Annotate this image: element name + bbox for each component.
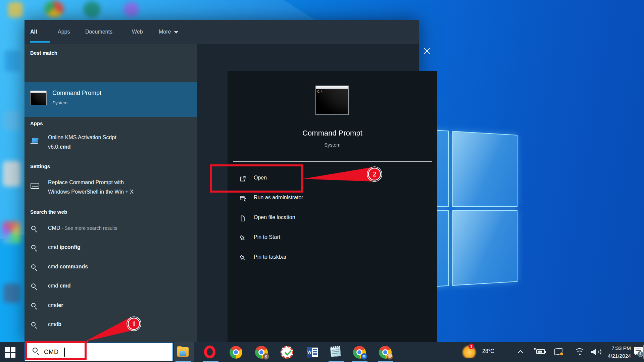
desktop-icon-blurred bbox=[3, 111, 20, 130]
tab-documents-label: Documents bbox=[85, 29, 112, 35]
app-result-line2: v6.0.cmd bbox=[48, 144, 71, 150]
desktop-icon-blurred bbox=[8, 2, 23, 17]
taskbar-notepad-icon[interactable] bbox=[329, 345, 343, 359]
preview-subtitle: System bbox=[228, 142, 437, 148]
menu-item-pin-to-start-label: Pin to Start bbox=[254, 234, 280, 240]
app-icon bbox=[31, 138, 39, 145]
running-indicator bbox=[203, 361, 218, 362]
running-indicator bbox=[329, 361, 344, 362]
taskbar-chrome-profile-k-icon[interactable]: K bbox=[255, 346, 268, 359]
tab-more-label: More bbox=[159, 29, 171, 35]
menu-item-pin-to-start[interactable]: Pin to Start bbox=[228, 229, 437, 247]
web-suggestion-row[interactable]: cmd cmd bbox=[24, 277, 197, 297]
web-suggestion-row[interactable]: cmdb bbox=[24, 316, 197, 335]
notification-count-badge: 4 bbox=[637, 351, 643, 357]
search-window-header: All Apps Documents Web More bbox=[24, 20, 419, 44]
search-icon bbox=[31, 226, 36, 230]
web-suggestion-row[interactable]: CMD - See more search results bbox=[24, 220, 197, 239]
chrome-profile-m-badge: M bbox=[361, 353, 367, 360]
active-tab-underline bbox=[30, 41, 50, 43]
taskbar: K W M bbox=[0, 342, 644, 362]
settings-result-powershell[interactable]: Replace Command Prompt with Windows Powe… bbox=[24, 174, 197, 205]
taskbar-opera-icon[interactable] bbox=[204, 346, 215, 358]
close-icon[interactable] bbox=[423, 47, 431, 55]
search-icon bbox=[31, 283, 36, 288]
taskbar-clock[interactable]: 7:33 PM 4/21/2024 bbox=[602, 344, 631, 360]
settings-result-line1: Replace Command Prompt with bbox=[48, 179, 124, 186]
annotation-box-run-as-administrator bbox=[210, 164, 303, 193]
taskbar-chrome-profile-m-icon[interactable]: M bbox=[353, 346, 366, 359]
desktop-icon-blurred bbox=[2, 221, 21, 244]
pin-icon bbox=[239, 254, 246, 262]
menu-item-open-file-location-label: Open file location bbox=[254, 214, 295, 220]
chrome-profile-avatar-badge bbox=[387, 353, 393, 360]
desktop-icon-blurred bbox=[123, 2, 139, 17]
menu-item-pin-to-taskbar-label: Pin to taskbar bbox=[254, 254, 287, 260]
logo-pane bbox=[452, 131, 517, 207]
tab-more[interactable]: More bbox=[159, 20, 179, 44]
section-heading-apps: Apps bbox=[30, 120, 43, 126]
show-desktop-separator[interactable] bbox=[643, 345, 644, 359]
tab-web-label: Web bbox=[132, 29, 143, 35]
admin-shield-icon bbox=[239, 195, 246, 202]
section-heading-search-web: Search the web bbox=[30, 209, 67, 215]
clock-date: 4/21/2024 bbox=[602, 352, 631, 360]
web-suggestion-row[interactable]: cmder bbox=[24, 297, 197, 316]
annotation-box-search-field bbox=[25, 341, 87, 360]
preview-panel: C:\_ Command Prompt System Open Run bbox=[228, 71, 437, 361]
screen-cast-icon[interactable] bbox=[554, 348, 562, 355]
app-result-line1: Online KMS Activation Script bbox=[48, 135, 116, 141]
section-heading-best-match: Best match bbox=[30, 50, 57, 56]
desktop-icon-blurred bbox=[3, 161, 21, 187]
command-prompt-icon bbox=[30, 91, 47, 105]
menu-item-pin-to-taskbar[interactable]: Pin to taskbar bbox=[228, 249, 437, 267]
desktop-icon-blurred bbox=[3, 283, 20, 303]
web-suggestion-text: cmdb bbox=[48, 321, 61, 327]
taskbar-chrome-profile-avatar-icon[interactable] bbox=[379, 346, 392, 359]
chrome-profile-k-badge: K bbox=[263, 353, 269, 360]
file-location-icon bbox=[239, 215, 246, 222]
running-indicator bbox=[176, 361, 191, 362]
weather-temperature[interactable]: 28°C bbox=[482, 348, 494, 354]
app-result-kms-script[interactable]: Online KMS Activation Script v6.0.cmd bbox=[24, 131, 197, 159]
section-heading-settings: Settings bbox=[30, 163, 50, 169]
search-icon bbox=[31, 303, 36, 307]
taskbar-word-icon[interactable]: W bbox=[307, 346, 319, 359]
menu-item-run-as-administrator-label: Run as administrator bbox=[254, 195, 303, 201]
search-icon bbox=[31, 322, 36, 326]
start-button[interactable] bbox=[5, 347, 15, 358]
wifi-icon[interactable] bbox=[574, 348, 585, 356]
web-suggestion-row[interactable]: cmd commands bbox=[24, 258, 197, 277]
search-icon bbox=[31, 264, 36, 269]
running-indicator bbox=[352, 361, 367, 362]
web-suggestion-text: cmd cmd bbox=[48, 283, 71, 289]
clock-time: 7:33 PM bbox=[602, 344, 631, 352]
web-suggestion-text: cmd commands bbox=[48, 264, 88, 270]
web-suggestion-row[interactable]: cmd ipconfig bbox=[24, 239, 197, 258]
taskbar-chrome-icon[interactable] bbox=[230, 346, 242, 359]
best-match-subtitle: System bbox=[52, 100, 67, 105]
web-suggestion-text: cmder bbox=[48, 302, 63, 308]
taskbar-file-explorer-icon[interactable] bbox=[177, 346, 189, 359]
menu-item-open-file-location[interactable]: Open file location bbox=[228, 210, 437, 227]
windows-desktop-screen: All Apps Documents Web More Best match bbox=[0, 0, 644, 362]
search-icon bbox=[31, 245, 36, 249]
divider bbox=[233, 161, 432, 162]
tab-all[interactable]: All bbox=[30, 20, 37, 44]
search-results-list: Best match Command Prompt System Apps On… bbox=[24, 44, 197, 342]
chevron-down-icon bbox=[174, 31, 179, 34]
desktop-icon-chrome-blurred bbox=[44, 1, 64, 17]
volume-icon[interactable] bbox=[591, 349, 601, 355]
command-prompt-icon-large: C:\_ bbox=[315, 86, 349, 115]
preview-panel-outer: C:\_ Command Prompt System Open Run bbox=[197, 44, 419, 342]
desktop-icon-blurred bbox=[5, 50, 20, 72]
taskbar-checkmark-app-icon[interactable] bbox=[281, 346, 293, 359]
logo-pane bbox=[452, 210, 517, 286]
tab-web[interactable]: Web bbox=[132, 20, 143, 44]
weather-alert-badge: 1 bbox=[468, 344, 474, 349]
battery-icon[interactable] bbox=[536, 349, 545, 354]
tab-documents[interactable]: Documents bbox=[85, 20, 112, 44]
best-match-result-command-prompt[interactable]: Command Prompt System bbox=[24, 82, 197, 117]
tab-apps[interactable]: Apps bbox=[58, 20, 70, 44]
tab-all-label: All bbox=[30, 29, 37, 35]
